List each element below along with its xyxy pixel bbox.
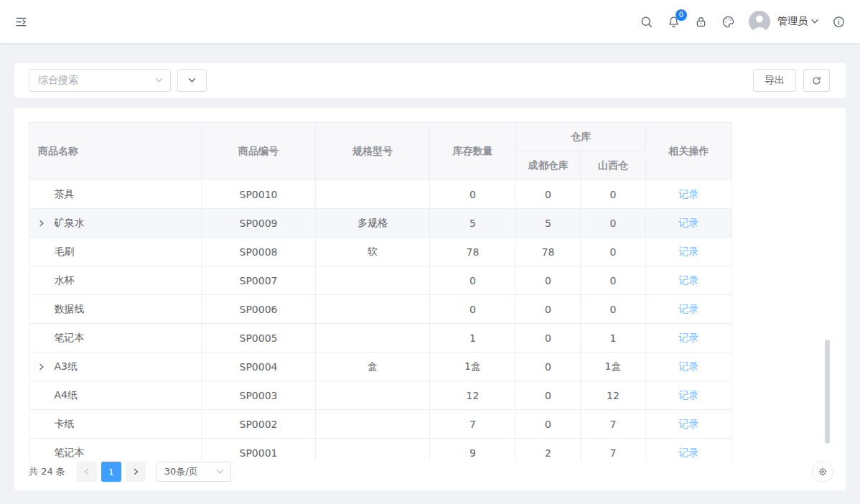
vertical-scrollbar-thumb[interactable]: [825, 340, 830, 444]
navbar-right: 0 管理员: [640, 11, 846, 32]
info-icon[interactable]: [832, 15, 846, 29]
search-type-select[interactable]: 综合搜索: [29, 69, 171, 92]
warehouse1-qty-cell: 5: [516, 209, 581, 238]
next-page-button[interactable]: [126, 462, 146, 482]
column-header-spec: 规格型号: [316, 123, 430, 180]
warehouse2-qty-cell: 1盒: [581, 353, 646, 381]
product-name: 水杯: [54, 274, 74, 286]
export-button[interactable]: 导出: [753, 69, 796, 92]
chevron-down-icon: [188, 78, 196, 83]
expand-search-button[interactable]: [177, 69, 207, 92]
product-spec-cell: [316, 381, 430, 410]
record-link[interactable]: 记录: [679, 303, 699, 314]
table-row[interactable]: A4纸 SP0003 12 0 12 记录: [29, 381, 732, 410]
product-name-cell: 卡纸: [29, 410, 202, 439]
table-row[interactable]: A3纸 SP0004 盒 1盒 0 1盒 记录: [29, 353, 732, 381]
table-row[interactable]: 水杯 SP0007 0 0 0 记录: [29, 266, 732, 295]
table-row[interactable]: 笔记本 SP0005 1 0 1 记录: [29, 324, 732, 353]
table-settings-button[interactable]: [812, 461, 833, 482]
warehouse2-qty-cell: 7: [581, 410, 646, 439]
warehouse2-qty-cell: 12: [581, 381, 646, 410]
product-spec-cell: 多规格: [316, 209, 430, 238]
product-spec-cell: 软: [316, 238, 430, 266]
page-size-label: 30条/页: [164, 465, 198, 478]
navbar-left: [14, 15, 28, 29]
chevron-right-icon: [132, 468, 139, 475]
palette-icon[interactable]: [721, 15, 735, 29]
total-count-label: 共 24 条: [29, 465, 65, 478]
refresh-icon: [811, 75, 822, 86]
actions-cell: 记录: [646, 295, 732, 324]
notification-badge: 0: [676, 9, 687, 21]
product-name-cell: 笔记本: [29, 324, 202, 353]
table-row[interactable]: 茶具 SP0010 0 0 0 记录: [29, 180, 732, 209]
product-name-cell: 毛刷: [29, 238, 202, 266]
warehouse1-qty-cell: 2: [516, 439, 581, 461]
record-link[interactable]: 记录: [679, 246, 699, 257]
expand-arrow-icon[interactable]: [38, 220, 51, 227]
record-link[interactable]: 记录: [679, 447, 699, 458]
record-link[interactable]: 记录: [679, 332, 699, 343]
warehouse1-qty-cell: 78: [516, 238, 581, 266]
stock-qty-cell: 12: [430, 381, 516, 410]
product-name: 卡纸: [54, 418, 74, 429]
menu-fold-icon[interactable]: [14, 15, 28, 29]
product-code-cell: SP0008: [202, 238, 316, 266]
refresh-button[interactable]: [803, 69, 830, 92]
record-link[interactable]: 记录: [679, 217, 699, 228]
product-name-cell: 笔记本: [29, 439, 202, 461]
stock-qty-cell: 5: [430, 209, 516, 238]
product-name: 矿泉水: [54, 217, 84, 228]
top-navbar: 0 管理员: [0, 0, 860, 43]
stock-qty-cell: 7: [430, 410, 516, 439]
notification-bell-icon[interactable]: 0: [667, 15, 681, 29]
product-code-cell: SP0005: [202, 324, 316, 353]
product-code-cell: SP0007: [202, 266, 316, 295]
table-row[interactable]: 毛刷 SP0008 软 78 78 0 记录: [29, 238, 732, 266]
inventory-table-card: 商品名称 商品编号 规格型号 库存数量 仓库 相关操作 成都仓库 山西仓: [14, 108, 846, 490]
product-name-cell: A3纸: [29, 353, 202, 381]
actions-cell: 记录: [646, 381, 732, 410]
stock-qty-cell: 9: [430, 439, 516, 461]
actions-cell: 记录: [646, 209, 732, 238]
product-name: A4纸: [54, 389, 77, 401]
user-dropdown[interactable]: 管理员: [777, 15, 818, 28]
prev-page-button[interactable]: [77, 462, 97, 482]
product-spec-cell: [316, 410, 430, 439]
user-avatar-icon[interactable]: [749, 11, 770, 32]
warehouse2-qty-cell: 0: [581, 180, 646, 209]
table-row[interactable]: 笔记本 SP0001 9 2 7 记录: [29, 439, 732, 461]
product-name: 毛刷: [54, 246, 74, 257]
actions-cell: 记录: [646, 266, 732, 295]
product-name-cell: A4纸: [29, 381, 202, 410]
stock-qty-cell: 1: [430, 324, 516, 353]
record-link[interactable]: 记录: [679, 389, 699, 401]
chevron-down-icon: [811, 19, 818, 24]
warehouse2-qty-cell: 0: [581, 295, 646, 324]
record-link[interactable]: 记录: [679, 188, 699, 200]
table-row[interactable]: 卡纸 SP0002 7 0 7 记录: [29, 410, 732, 439]
search-type-placeholder: 综合搜索: [38, 74, 78, 87]
column-header-warehouse-group: 仓库: [516, 123, 646, 151]
warehouse1-qty-cell: 0: [516, 381, 581, 410]
product-name-cell: 矿泉水: [29, 209, 202, 238]
record-link[interactable]: 记录: [679, 360, 699, 372]
warehouse1-qty-cell: 0: [516, 295, 581, 324]
table-row[interactable]: 矿泉水 SP0009 多规格 5 5 0 记录: [29, 209, 732, 238]
search-toolbar: 综合搜索 导出: [14, 63, 846, 98]
table-row[interactable]: 数据线 SP0006 0 0 0 记录: [29, 295, 732, 324]
product-name: 茶具: [54, 188, 74, 200]
record-link[interactable]: 记录: [679, 418, 699, 429]
column-header-code: 商品编号: [202, 123, 316, 180]
chevron-down-icon: [216, 469, 224, 475]
warehouse1-qty-cell: 0: [516, 266, 581, 295]
product-name-cell: 水杯: [29, 266, 202, 295]
page-size-select[interactable]: 30条/页: [156, 462, 231, 482]
expand-arrow-icon[interactable]: [38, 363, 51, 370]
page-1-button[interactable]: 1: [101, 462, 121, 482]
actions-cell: 记录: [646, 410, 732, 439]
search-icon[interactable]: [640, 15, 653, 29]
gear-icon: [818, 467, 828, 477]
record-link[interactable]: 记录: [679, 274, 699, 286]
lock-icon[interactable]: [694, 15, 708, 29]
